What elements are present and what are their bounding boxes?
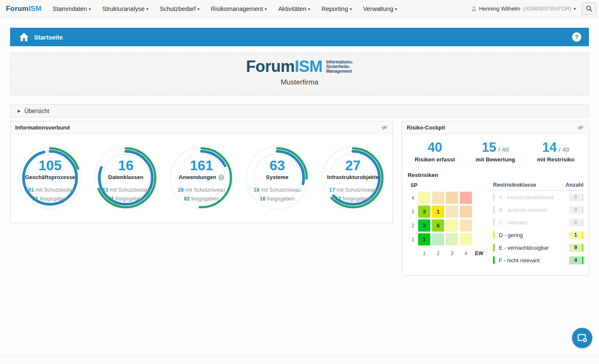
add-note-fab-button[interactable] [572, 328, 592, 348]
table-row: F - nicht relevant 4 [493, 254, 583, 266]
page-title: Startseite [34, 34, 63, 41]
stat-value: 27 [312, 158, 394, 172]
risk-summary-mit-bewertung: 15/ 40 mit Bewertung [465, 141, 526, 163]
nav-item-stammdaten[interactable]: Stammdaten▾ [53, 5, 91, 12]
nav-item-risikomanagement[interactable]: Risikomanagement▾ [211, 5, 267, 12]
app-logo-part2: ISM [29, 5, 42, 13]
summary-value: 15 [482, 140, 496, 155]
stat-anwendungen: 161 Anwendungeni 28 mit Schutzniveau 82 … [164, 141, 239, 221]
matrix-cell [446, 233, 458, 245]
nav-item-strukturanalyse[interactable]: Strukturanalyse▾ [102, 5, 148, 12]
class-count-badge: 0 [569, 206, 583, 214]
chevron-down-icon: ▾ [350, 7, 352, 11]
class-label: C - relevant [499, 219, 527, 226]
stat-line2: 16 freigegeben [236, 195, 318, 203]
stat-line1: 17 mit Schutzniveau [312, 186, 394, 195]
risk-matrix-grid: 4331236111234EW [408, 192, 490, 259]
chevron-down-icon: ▾ [395, 7, 397, 11]
stat-line1: 28 mit Schutzniveau [160, 186, 243, 195]
matrix-cell [460, 233, 472, 245]
company-name: Musterfirma [281, 78, 318, 87]
info-icon[interactable]: i [218, 174, 224, 180]
overview-label: Übersicht [24, 108, 49, 114]
informationsverbund-panel: Informationsverbund 105 Geschäftsprozess… [10, 121, 393, 223]
stat-line1: 101 mit Schutzbedarf [9, 186, 91, 195]
nav-menu: Stammdaten▾Strukturanalyse▾Schutzbedarf▾… [53, 5, 397, 12]
chevron-down-icon: ▾ [146, 7, 148, 11]
stat-value: 105 [9, 158, 91, 172]
chevron-down-icon: ▾ [574, 6, 576, 11]
visibility-toggle-icon[interactable] [577, 125, 584, 130]
table-header-count: Anzahl [565, 182, 583, 188]
risk-summary-mit-restrisiko: 14/ 40 mit Restrisiko [525, 141, 586, 163]
nav-item-aktivit-ten[interactable]: Aktivitäten▾ [278, 5, 310, 12]
matrix-cell [460, 206, 472, 218]
nav-item-reporting[interactable]: Reporting▾ [321, 5, 352, 12]
summary-label: mit Bewertung [465, 156, 526, 163]
overview-toggle[interactable]: ▶ Übersicht [10, 104, 589, 117]
matrix-x-axis-label: EW [474, 251, 486, 256]
restrisiken-title: Restrisiken [408, 172, 588, 178]
nav-item-verwaltung[interactable]: Verwaltung▾ [363, 5, 397, 12]
class-color-bar [493, 206, 495, 214]
table-header: Restrisikoklasse Anzahl [493, 182, 583, 191]
matrix-row-label: 1 [408, 237, 416, 243]
risiko-cockpit-header: Risiko-Cockpit [402, 121, 588, 134]
home-icon [19, 33, 29, 41]
stat-label: Geschäftsprozesse [9, 174, 91, 180]
stat-gesch-ftsprozesse: 105 Geschäftsprozesse 101 mit Schutzbeda… [13, 141, 87, 221]
class-color-bar [493, 256, 495, 264]
class-count-badge: 4 [569, 256, 583, 264]
matrix-cell [446, 219, 458, 232]
matrix-col-label: 4 [460, 251, 472, 256]
nav-right: Henning Wilhelm (ADMINISTRATOR) ▾ [472, 3, 599, 15]
table-rows: A - existenzbedrohend 0 B - äußerst rele… [493, 191, 583, 266]
banner-logo: ForumISM Informations-Sicherheits-Manage… [246, 58, 353, 74]
banner-logo-part2: ISM [294, 58, 322, 75]
help-icon[interactable]: ? [572, 32, 581, 42]
class-label: E - vernachlässigbar [499, 245, 549, 251]
restrisikoklasse-table: Restrisikoklasse Anzahl A - existenzbedr… [493, 181, 583, 266]
breadcrumb-home-link[interactable]: Startseite [19, 33, 63, 41]
stat-line2: 21 freigegeben [9, 195, 91, 203]
table-row: A - existenzbedrohend 0 [493, 191, 583, 203]
user-menu[interactable]: Henning Wilhelm (ADMINISTRATOR) ▾ [472, 5, 576, 12]
stats-row: 105 Geschäftsprozesse 101 mit Schutzbeda… [11, 134, 392, 221]
user-icon [472, 6, 477, 11]
summary-value: 14 [542, 140, 557, 155]
banner-logo-part1: Forum [246, 58, 295, 75]
matrix-cell: 6 [432, 219, 444, 232]
risk-summary-risiken-erfasst: 40 Risiken erfasst [405, 141, 465, 163]
class-color-bar [493, 244, 495, 251]
matrix-cell: 1 [418, 233, 430, 245]
class-count-badge: 0 [569, 193, 583, 201]
stat-label: Anwendungeni [160, 174, 243, 180]
add-window-icon [577, 333, 588, 343]
visibility-toggle-icon[interactable] [381, 125, 388, 130]
informationsverbund-title: Informationsverbund [15, 124, 70, 131]
user-role: (ADMINISTRATOR) [523, 5, 571, 12]
matrix-row-label: 4 [408, 195, 416, 201]
collapse-caret-icon: ▶ [18, 109, 21, 113]
matrix-row-label: 2 [408, 223, 416, 229]
matrix-cell [446, 192, 458, 204]
stat-label: Systeme [236, 174, 318, 180]
class-color-bar [493, 219, 495, 226]
risk-summary-row: 40 Risiken erfasst 15/ 40 mit Bewertung … [402, 134, 588, 163]
matrix-cell [460, 219, 472, 232]
stat-label: Datenklassen [85, 174, 167, 180]
search-button[interactable] [582, 3, 596, 15]
matrix-cell [432, 233, 444, 245]
app-logo[interactable]: ForumISM [0, 5, 42, 13]
table-header-class: Restrisikoklasse [493, 182, 536, 188]
matrix-row-label: 3 [408, 209, 416, 215]
matrix-y-axis-label: SP [411, 182, 490, 188]
stat-line1: 13 mit Schutzbedarf [85, 186, 167, 195]
app-banner: ForumISM Informations-Sicherheits-Manage… [10, 53, 589, 96]
chevron-down-icon: ▾ [89, 7, 91, 11]
matrix-cell [432, 192, 444, 204]
banner-tagline: Informations-Sicherheits-Management [326, 58, 353, 74]
informationsverbund-header: Informationsverbund [11, 121, 392, 134]
table-row: C - relevant 0 [493, 216, 583, 229]
nav-item-schutzbedarf[interactable]: Schutzbedarf▾ [160, 5, 199, 12]
